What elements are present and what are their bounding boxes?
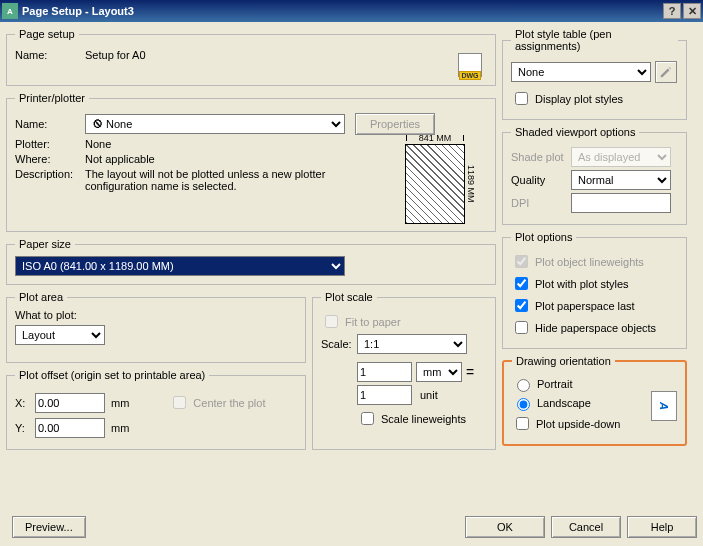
scale-den-unit: unit: [420, 389, 438, 401]
paper-width-dim: 841 MM: [406, 133, 464, 143]
plot-options-legend: Plot options: [511, 231, 576, 243]
app-icon: A: [2, 3, 18, 19]
equals-sign: =: [462, 364, 478, 380]
landscape-radio[interactable]: [517, 398, 530, 411]
page-setup-legend: Page setup: [15, 28, 79, 40]
plot-paperspace-label: Plot paperspace last: [535, 300, 635, 312]
help-titlebar-button[interactable]: ?: [663, 3, 681, 19]
scale-unit-select[interactable]: mm: [416, 362, 462, 382]
drawing-orientation-group: Drawing orientation Portrait Landscape P…: [502, 355, 687, 446]
paper-height-dim: 1189 MM: [466, 145, 476, 223]
what-to-plot-label: What to plot:: [15, 309, 297, 321]
paper-size-group: Paper size ISO A0 (841.00 x 1189.00 MM): [6, 238, 496, 285]
dpi-input[interactable]: [571, 193, 671, 213]
display-plot-styles-checkbox[interactable]: [515, 92, 528, 105]
plot-with-styles-checkbox[interactable]: [515, 277, 528, 290]
scale-select[interactable]: 1:1: [357, 334, 467, 354]
plot-scale-group: Plot scale Fit to paper Scale: 1:1 mm: [312, 291, 496, 450]
scale-label: Scale:: [321, 338, 357, 350]
printer-legend: Printer/plotter: [15, 92, 89, 104]
scale-num-input[interactable]: [357, 362, 412, 382]
display-plot-styles-label: Display plot styles: [535, 93, 623, 105]
page-setup-group: Page setup Name: Setup for A0 DWG: [6, 28, 496, 86]
hide-paperspace-label: Hide paperspace objects: [535, 322, 656, 334]
plot-area-group: Plot area What to plot: Layout: [6, 291, 306, 363]
plot-scale-legend: Plot scale: [321, 291, 377, 303]
scale-lineweights-checkbox[interactable]: [361, 412, 374, 425]
x-label: X:: [15, 397, 35, 409]
center-plot-checkbox[interactable]: [173, 396, 186, 409]
portrait-label: Portrait: [537, 378, 572, 390]
plot-paperspace-checkbox[interactable]: [515, 299, 528, 312]
landscape-label: Landscape: [537, 397, 591, 409]
edit-plot-style-button[interactable]: [655, 61, 677, 83]
plotter-label: Plotter:: [15, 138, 85, 150]
properties-button[interactable]: Properties: [355, 113, 435, 135]
close-titlebar-button[interactable]: ✕: [683, 3, 701, 19]
portrait-radio[interactable]: [517, 379, 530, 392]
printer-plotter-group: Printer/plotter Name: 🛇 None Properties …: [6, 92, 496, 232]
quality-select[interactable]: Normal: [571, 170, 671, 190]
shade-plot-label: Shade plot: [511, 151, 571, 163]
dpi-label: DPI: [511, 197, 571, 209]
plot-style-legend: Plot style table (pen assignments): [511, 28, 678, 52]
orientation-legend: Drawing orientation: [512, 355, 615, 367]
plot-lineweights-label: Plot object lineweights: [535, 256, 644, 268]
orientation-icon: A: [651, 391, 677, 421]
desc-value: The layout will not be plotted unless a …: [85, 168, 365, 192]
x-input[interactable]: [35, 393, 105, 413]
what-to-plot-select[interactable]: Layout: [15, 325, 105, 345]
where-label: Where:: [15, 153, 85, 165]
window-title: Page Setup - Layout3: [22, 5, 661, 17]
printer-name-label: Name:: [15, 118, 85, 130]
titlebar: A Page Setup - Layout3 ? ✕: [0, 0, 703, 22]
scale-lineweights-label: Scale lineweights: [381, 413, 466, 425]
preview-button[interactable]: Preview...: [12, 516, 86, 538]
plotter-value: None: [85, 138, 111, 150]
paper-preview: 841 MM 1189 MM: [385, 134, 485, 224]
x-unit: mm: [111, 397, 129, 409]
scale-den-input[interactable]: [357, 385, 412, 405]
fit-to-paper-checkbox[interactable]: [325, 315, 338, 328]
plot-with-styles-label: Plot with plot styles: [535, 278, 629, 290]
hide-paperspace-checkbox[interactable]: [515, 321, 528, 334]
plot-style-select[interactable]: None: [511, 62, 651, 82]
y-label: Y:: [15, 422, 35, 434]
cancel-button[interactable]: Cancel: [551, 516, 621, 538]
where-value: Not applicable: [85, 153, 155, 165]
paper-size-select[interactable]: ISO A0 (841.00 x 1189.00 MM): [15, 256, 345, 276]
ok-button[interactable]: OK: [465, 516, 545, 538]
shaded-viewport-group: Shaded viewport options Shade plot As di…: [502, 126, 687, 225]
paper-size-legend: Paper size: [15, 238, 75, 250]
plot-lineweights-checkbox[interactable]: [515, 255, 528, 268]
quality-label: Quality: [511, 174, 571, 186]
printer-name-select[interactable]: 🛇 None: [85, 114, 345, 134]
desc-label: Description:: [15, 168, 85, 180]
upside-down-checkbox[interactable]: [516, 417, 529, 430]
fit-to-paper-label: Fit to paper: [345, 316, 401, 328]
y-unit: mm: [111, 422, 129, 434]
center-plot-label: Center the plot: [193, 397, 265, 409]
name-value: Setup for A0: [85, 49, 146, 61]
plot-offset-group: Plot offset (origin set to printable are…: [6, 369, 306, 450]
help-button[interactable]: Help: [627, 516, 697, 538]
dwg-icon: DWG: [455, 50, 485, 80]
plot-area-legend: Plot area: [15, 291, 67, 303]
upside-down-label: Plot upside-down: [536, 418, 620, 430]
plot-style-table-group: Plot style table (pen assignments) None …: [502, 28, 687, 120]
plot-offset-legend: Plot offset (origin set to printable are…: [15, 369, 209, 381]
shaded-legend: Shaded viewport options: [511, 126, 639, 138]
name-label: Name:: [15, 49, 85, 61]
plot-options-group: Plot options Plot object lineweights Plo…: [502, 231, 687, 349]
shade-plot-select[interactable]: As displayed: [571, 147, 671, 167]
y-input[interactable]: [35, 418, 105, 438]
